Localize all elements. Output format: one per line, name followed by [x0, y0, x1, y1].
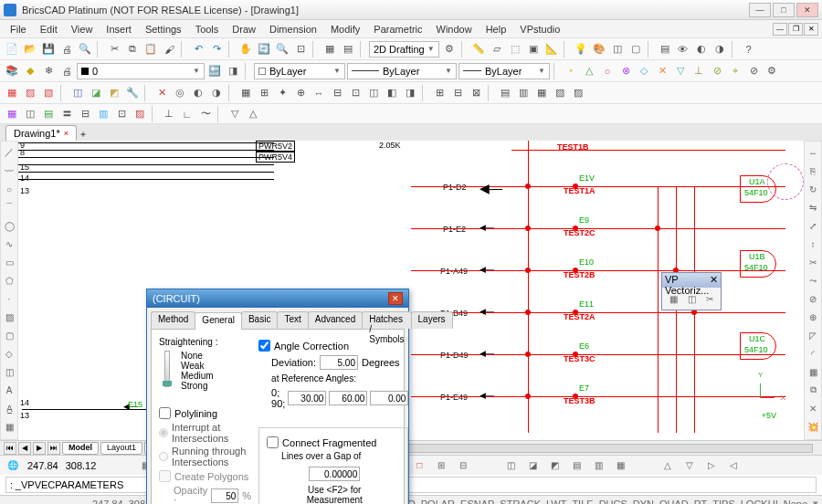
vp-icon12[interactable]: ▦	[237, 85, 254, 101]
settings-icon[interactable]: ⚙	[441, 41, 458, 58]
status-esnap[interactable]: ESNAP	[460, 499, 494, 505]
snap-ins-icon[interactable]: ▽	[672, 63, 689, 79]
save-icon[interactable]: 💾	[40, 41, 57, 58]
text-icon[interactable]: A	[2, 383, 16, 397]
sb-icon9[interactable]: ⊞	[434, 458, 448, 473]
close-icon[interactable]: ×	[64, 129, 68, 138]
status-tips[interactable]: TIPS	[712, 499, 734, 505]
trim-icon[interactable]: ✂	[806, 255, 820, 269]
snap-cen-icon[interactable]: ○	[599, 63, 616, 79]
vp-icon2[interactable]: ▨	[22, 85, 38, 101]
zoom-window-icon[interactable]: ⊡	[292, 41, 309, 58]
area-icon[interactable]: ▱	[489, 41, 505, 58]
tab-basic[interactable]: Basic	[241, 311, 278, 329]
snap-quad-icon[interactable]: ◇	[636, 63, 652, 79]
vp-icon15[interactable]: ⊕	[292, 85, 309, 101]
snap-tan-icon[interactable]: ⊘	[709, 63, 725, 79]
vp-icon7[interactable]: 🔧	[124, 85, 141, 101]
polygon-icon[interactable]: ⬠	[2, 273, 16, 288]
snap-settings-icon[interactable]: ⚙	[764, 63, 780, 79]
fillet-icon[interactable]: ◜	[806, 346, 820, 361]
palette-icon1[interactable]: ▦	[666, 291, 680, 306]
erase-icon[interactable]: ✕	[806, 401, 820, 415]
sb-icon11[interactable]: ◫	[503, 458, 518, 473]
vp-icon27[interactable]: ▦	[533, 85, 550, 101]
layer-lock-icon[interactable]: 🖨	[58, 63, 75, 79]
next-layout-button[interactable]: ▶	[33, 442, 46, 455]
break-icon[interactable]: ⊘	[806, 291, 820, 306]
status-none[interactable]: None	[784, 499, 807, 505]
snap-mid-icon[interactable]: △	[581, 63, 597, 79]
workspace-combo[interactable]: 2D Drafting▼	[369, 41, 439, 58]
last-layout-button[interactable]: ⏭	[47, 442, 60, 455]
vp-icon22[interactable]: ⊞	[431, 85, 448, 101]
status-strack[interactable]: STRACK	[500, 499, 541, 505]
snap-node-icon[interactable]: ⊗	[617, 63, 634, 79]
vp-icon26[interactable]: ▥	[515, 85, 532, 101]
mirror-icon[interactable]: ⇋	[806, 200, 820, 215]
polylining-checkbox[interactable]	[159, 407, 171, 419]
snap-none-icon[interactable]: ⊘	[745, 63, 762, 79]
vp-icon20[interactable]: ◧	[384, 85, 400, 101]
vp-icon21[interactable]: ◨	[402, 85, 418, 101]
vp-icon18[interactable]: ⊡	[347, 85, 364, 101]
dialog-titlebar[interactable]: (CIRCUIT) ✕	[147, 289, 408, 308]
maximize-button[interactable]: □	[773, 3, 795, 17]
vp-icon17[interactable]: ⊟	[329, 85, 345, 101]
sb-icon18[interactable]: ▽	[682, 458, 697, 473]
array-icon[interactable]: ▦	[806, 364, 820, 379]
menu-settings[interactable]: Settings	[139, 22, 188, 37]
vp-icon9[interactable]: ◎	[172, 85, 188, 101]
table-icon[interactable]: ▦	[2, 419, 16, 434]
minimize-button[interactable]: —	[749, 3, 771, 17]
snap-near-icon[interactable]: ⌖	[727, 63, 743, 79]
sb-icon17[interactable]: △	[660, 458, 675, 473]
ang1-input[interactable]	[288, 391, 326, 405]
vp-icon25[interactable]: ▤	[497, 85, 513, 101]
snap-int-icon[interactable]: ✕	[654, 63, 670, 79]
rtrot-icon[interactable]: 🔄	[256, 41, 272, 58]
pan-icon[interactable]: ✋	[237, 41, 254, 58]
join-icon[interactable]: ⊕	[806, 310, 820, 324]
print-preview-icon[interactable]: 🔍	[77, 41, 93, 58]
solid-icon[interactable]: ▢	[627, 41, 644, 58]
vp-icon13[interactable]: ⊞	[256, 85, 272, 101]
tab-method[interactable]: Method	[151, 311, 195, 329]
snap-perp-icon[interactable]: ⊥	[690, 63, 707, 79]
vp-icon14[interactable]: ✦	[274, 85, 290, 101]
ang2-input[interactable]	[329, 391, 367, 405]
layer-freeze-icon[interactable]: ❄	[40, 63, 57, 79]
vp-icon4[interactable]: ◫	[69, 85, 86, 101]
print-icon[interactable]: 🖨	[58, 41, 75, 58]
cut-icon[interactable]: ✂	[106, 41, 122, 58]
undo-icon[interactable]: ↶	[190, 41, 206, 58]
lineweight-combo[interactable]: ByLayer▼	[458, 63, 550, 79]
tab-text[interactable]: Text	[277, 311, 308, 329]
vp2-icon12[interactable]: ▽	[227, 106, 243, 122]
offset-icon[interactable]: ⧉	[806, 383, 820, 397]
vp-icon23[interactable]: ⊟	[449, 85, 466, 101]
menu-file[interactable]: File	[4, 22, 33, 37]
tab-general[interactable]: General	[195, 312, 242, 330]
palette-icon3[interactable]: ✂	[702, 291, 717, 306]
menu-view[interactable]: View	[65, 22, 100, 37]
tab-advanced[interactable]: Advanced	[308, 311, 363, 329]
color-combo[interactable]: ByLayer▼	[254, 63, 345, 79]
dist-icon[interactable]: 📏	[470, 41, 487, 58]
first-layout-button[interactable]: ⏮	[4, 442, 16, 455]
open-icon[interactable]: 📂	[22, 41, 38, 58]
vp2-icon10[interactable]: ∟	[179, 106, 195, 122]
status-tile[interactable]: TILE	[572, 499, 593, 505]
vp2-icon6[interactable]: ▥	[95, 106, 111, 122]
light-icon[interactable]: 💡	[573, 41, 589, 58]
hide-icon[interactable]: ◐	[693, 41, 710, 58]
menu-window[interactable]: Window	[430, 22, 479, 37]
ang3-input[interactable]	[370, 391, 408, 405]
chamfer-icon[interactable]: ◸	[806, 328, 820, 342]
paste-icon[interactable]: 📋	[142, 41, 159, 58]
vp-icon8[interactable]: ✕	[153, 85, 170, 101]
vp2-icon4[interactable]: 〓	[58, 106, 75, 122]
layer-manager-icon[interactable]: 📚	[4, 63, 20, 79]
dev-input[interactable]	[320, 355, 358, 370]
render-icon[interactable]: 🎨	[591, 41, 607, 58]
